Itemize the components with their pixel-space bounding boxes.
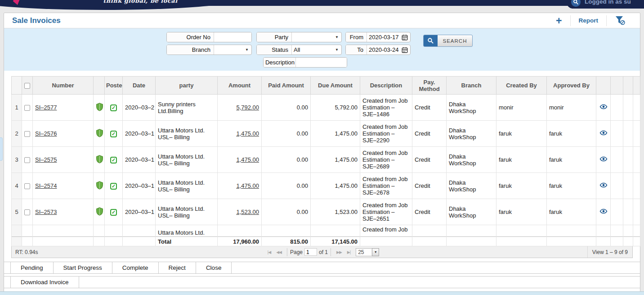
status-select[interactable]: All ▼ <box>292 45 341 54</box>
extra-column-header <box>623 77 633 95</box>
view-cell <box>596 147 611 173</box>
invoice-number-link[interactable]: SI–2575 <box>35 156 57 163</box>
page: Logged in as su think global, be local S… <box>0 0 644 295</box>
status-field: Status All ▼ <box>256 45 342 55</box>
amount-link[interactable]: 1,475.00 <box>236 130 259 137</box>
to-date-picker[interactable]: 2020-03-24 <box>367 45 410 54</box>
filter-panel: Order No Party ▼ From 2020-03-17 <box>4 28 640 71</box>
eye-icon <box>599 156 608 162</box>
extra-cell <box>623 199 633 225</box>
prev-page-button[interactable]: ◀◀ <box>273 250 284 254</box>
extra-cell <box>611 121 623 147</box>
posted-header[interactable]: Posted <box>105 77 123 95</box>
invoice-grid: Number Posted Date party Amount Paid Amo… <box>11 76 640 246</box>
invoice-number-link[interactable]: SI–2577 <box>35 104 57 111</box>
row-checkbox[interactable] <box>24 157 30 163</box>
paid-amount-header[interactable]: Paid Amount <box>262 77 311 95</box>
pay-method-header[interactable]: Pay. Method <box>412 77 447 95</box>
posted-cell: ✓ <box>105 121 123 147</box>
view-invoice-button[interactable] <box>599 130 608 136</box>
view-cell <box>596 121 611 147</box>
description-cell: Created from Job Estimation – SJE–2689 <box>360 147 412 173</box>
amount-link[interactable]: 5,792.00 <box>236 104 259 111</box>
logged-in-user[interactable]: Logged in as su <box>585 0 631 5</box>
number-cell: SI–2573 <box>33 199 94 225</box>
reject-button[interactable]: Reject <box>159 262 196 273</box>
global-search-button[interactable] <box>571 0 581 7</box>
bottom-strip <box>0 291 644 295</box>
complete-button[interactable]: Complete <box>112 262 159 273</box>
last-page-button[interactable]: ▶| <box>344 250 353 254</box>
row-checkbox[interactable] <box>24 131 30 137</box>
page-input[interactable] <box>304 248 317 256</box>
calendar-icon[interactable] <box>402 47 408 53</box>
extra-cell <box>623 95 633 121</box>
amount-header[interactable]: Amount <box>218 77 262 95</box>
add-invoice-button[interactable]: + <box>548 15 570 27</box>
amount-link[interactable]: 1,475.00 <box>236 156 259 163</box>
calendar-icon[interactable] <box>402 34 408 41</box>
page-size-select[interactable]: 25 ▼ <box>356 248 379 256</box>
due-amount-cell: 5,792.00 <box>311 95 360 121</box>
invoice-number-link[interactable]: SI–2574 <box>35 182 57 189</box>
paid-amount-cell: 0.00 <box>262 95 311 121</box>
side-panel-handle[interactable] <box>0 137 3 161</box>
description-header[interactable]: Description <box>360 77 412 95</box>
row-checkbox[interactable] <box>24 209 30 215</box>
invoice-number-link[interactable]: SI–2573 <box>35 209 57 215</box>
checkbox-cell <box>22 173 33 199</box>
amount-link[interactable]: 1,523.00 <box>236 209 259 215</box>
created-by-header[interactable]: Created By <box>496 77 547 95</box>
next-page-button[interactable]: ▶▶ <box>334 250 344 254</box>
report-button[interactable]: Report <box>571 15 607 27</box>
pager: |◀ ◀◀ Page of 1 ▶▶ ▶| 25 ▼ <box>265 246 379 258</box>
user-session-tab: Logged in as su <box>567 0 644 9</box>
divider <box>331 248 331 256</box>
page-size-dropdown-button[interactable]: ▼ <box>372 248 379 256</box>
party-field: Party ▼ <box>256 32 342 42</box>
from-date-picker[interactable]: 2020-03-17 <box>367 32 410 42</box>
party-header[interactable]: party <box>156 77 218 95</box>
scrollbar-gutter <box>633 199 640 225</box>
description-input[interactable] <box>296 58 347 67</box>
approved-by-header[interactable]: Approved By <box>547 77 596 95</box>
order-no-input[interactable] <box>214 32 251 42</box>
party-select[interactable]: ▼ <box>292 32 341 42</box>
branch-field: Branch ▼ <box>166 45 252 55</box>
branch-header[interactable]: Branch <box>447 77 496 95</box>
first-page-button[interactable]: |◀ <box>265 250 273 254</box>
start-progress-button[interactable]: Start Progress <box>54 262 112 273</box>
posted-cell: ✓ <box>105 95 123 121</box>
branch-cell: Dhaka WorkShop <box>447 199 496 225</box>
branch-select[interactable]: ▼ <box>214 45 251 54</box>
view-invoice-button[interactable] <box>599 104 608 109</box>
view-invoice-button[interactable] <box>599 209 608 214</box>
invoice-number-link[interactable]: SI–2576 <box>35 130 57 137</box>
approved-by-cell: faruk <box>547 147 596 173</box>
clear-filter-button[interactable] <box>607 15 634 27</box>
search-button[interactable]: SEARCH <box>423 35 473 47</box>
shield-cell <box>94 199 105 225</box>
pending-button[interactable]: Pending <box>10 262 54 273</box>
plus-icon: + <box>556 16 562 25</box>
number-header[interactable]: Number <box>33 77 94 95</box>
paid-amount-cell: 0.00 <box>262 199 311 225</box>
date-cell: 2020–03–2 <box>123 95 156 121</box>
view-invoice-button[interactable] <box>599 182 608 188</box>
row-checkbox[interactable] <box>24 105 30 111</box>
branch-cell: Dhaka WorkShop <box>447 121 496 147</box>
date-cell: 2020–03–1 <box>123 147 156 173</box>
row-checkbox[interactable] <box>24 183 30 189</box>
partial-invoice-row: Uttara Motors Ltd. Created from Job <box>12 225 640 237</box>
select-all-checkbox[interactable] <box>24 83 30 89</box>
extra-cell <box>623 147 633 173</box>
view-invoice-button[interactable] <box>599 156 608 162</box>
extra-column-header <box>611 77 623 95</box>
date-cell: 2020–03–1 <box>123 121 156 147</box>
logo: think global, be local <box>0 0 238 10</box>
close-button[interactable]: Close <box>196 262 232 273</box>
date-header[interactable]: Date <box>123 77 156 95</box>
due-amount-header[interactable]: Due Amount <box>311 77 360 95</box>
amount-link[interactable]: 1,475.00 <box>236 182 259 189</box>
download-invoice-button[interactable]: Download Invoice <box>10 277 79 288</box>
